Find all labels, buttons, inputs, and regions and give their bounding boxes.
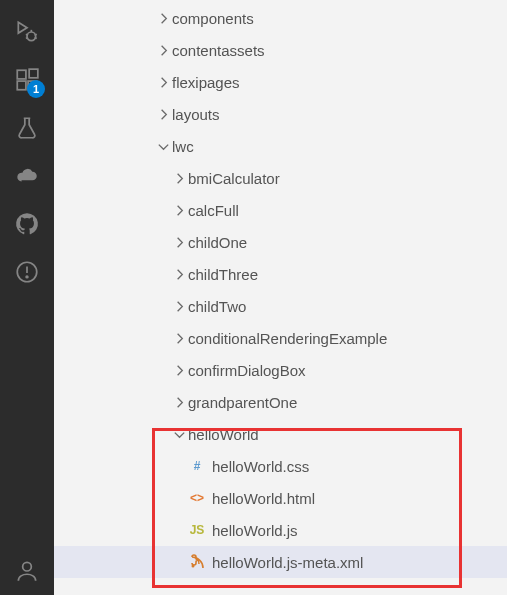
activity-salesforce[interactable]	[3, 152, 51, 200]
folder-calcfull[interactable]: calcFull	[54, 194, 507, 226]
folder-childone[interactable]: childOne	[54, 226, 507, 258]
beaker-icon	[14, 115, 40, 141]
chevron-right-icon	[154, 73, 172, 91]
svg-rect-7	[17, 81, 26, 90]
folder-label: conditionalRenderingExample	[188, 330, 387, 347]
chevron-right-icon	[170, 393, 188, 411]
activity-github[interactable]	[3, 200, 51, 248]
folder-label: layouts	[172, 106, 220, 123]
svg-point-0	[27, 32, 36, 41]
chevron-right-icon	[170, 201, 188, 219]
activity-run-debug[interactable]	[3, 8, 51, 56]
svg-line-3	[35, 34, 37, 35]
folder-label: calcFull	[188, 202, 239, 219]
activity-issues[interactable]	[3, 248, 51, 296]
extensions-badge: 1	[27, 80, 45, 98]
folder-label: helloWorld	[188, 426, 259, 443]
svg-line-4	[26, 37, 28, 38]
folder-components[interactable]: components	[54, 2, 507, 34]
file-explorer[interactable]: components contentassets flexipages layo…	[54, 0, 507, 595]
svg-rect-9	[29, 69, 38, 78]
activity-account[interactable]	[3, 547, 51, 595]
account-icon	[14, 558, 40, 584]
folder-confirmdialogbox[interactable]: confirmDialogBox	[54, 354, 507, 386]
activity-bar: 1	[0, 0, 54, 595]
file-label: helloWorld.html	[212, 490, 315, 507]
html-file-icon: <>	[188, 489, 206, 507]
file-label: helloWorld.js	[212, 522, 298, 539]
chevron-right-icon	[154, 41, 172, 59]
chevron-down-icon	[170, 425, 188, 443]
activity-testing[interactable]	[3, 104, 51, 152]
folder-bmicalculator[interactable]: bmiCalculator	[54, 162, 507, 194]
file-helloworld-meta-xml[interactable]: helloWorld.js-meta.xml	[54, 546, 507, 578]
svg-point-12	[26, 276, 28, 278]
folder-childtwo[interactable]: childTwo	[54, 290, 507, 322]
svg-point-14	[192, 565, 195, 568]
chevron-right-icon	[170, 169, 188, 187]
folder-grandparentone[interactable]: grandparentOne	[54, 386, 507, 418]
chevron-right-icon	[170, 265, 188, 283]
chevron-right-icon	[170, 361, 188, 379]
svg-line-5	[35, 37, 37, 38]
folder-label: confirmDialogBox	[188, 362, 306, 379]
file-helloworld-css[interactable]: # helloWorld.css	[54, 450, 507, 482]
xml-file-icon	[188, 553, 206, 571]
folder-label: childThree	[188, 266, 258, 283]
folder-conditionalrenderingexample[interactable]: conditionalRenderingExample	[54, 322, 507, 354]
chevron-right-icon	[170, 297, 188, 315]
folder-label: contentassets	[172, 42, 265, 59]
folder-label: bmiCalculator	[188, 170, 280, 187]
folder-label: lwc	[172, 138, 194, 155]
chevron-right-icon	[170, 329, 188, 347]
js-file-icon: JS	[188, 521, 206, 539]
css-file-icon: #	[188, 457, 206, 475]
folder-helloworld[interactable]: helloWorld	[54, 418, 507, 450]
file-label: helloWorld.css	[212, 458, 309, 475]
issue-icon	[14, 259, 40, 285]
folder-contentassets[interactable]: contentassets	[54, 34, 507, 66]
chevron-right-icon	[170, 233, 188, 251]
folder-label: grandparentOne	[188, 394, 297, 411]
file-helloworld-html[interactable]: <> helloWorld.html	[54, 482, 507, 514]
folder-lwc[interactable]: lwc	[54, 130, 507, 162]
svg-point-13	[23, 562, 32, 571]
svg-line-2	[26, 34, 28, 35]
folder-label: flexipages	[172, 74, 240, 91]
chevron-right-icon	[154, 9, 172, 27]
github-icon	[14, 211, 40, 237]
play-bug-icon	[14, 19, 40, 45]
file-label: helloWorld.js-meta.xml	[212, 554, 363, 571]
folder-childthree[interactable]: childThree	[54, 258, 507, 290]
svg-rect-6	[17, 70, 26, 79]
folder-layouts[interactable]: layouts	[54, 98, 507, 130]
folder-label: childTwo	[188, 298, 246, 315]
cloud-icon	[14, 163, 40, 189]
folder-label: components	[172, 10, 254, 27]
file-helloworld-js[interactable]: JS helloWorld.js	[54, 514, 507, 546]
chevron-right-icon	[154, 105, 172, 123]
chevron-down-icon	[154, 137, 172, 155]
activity-extensions[interactable]: 1	[3, 56, 51, 104]
folder-label: childOne	[188, 234, 247, 251]
folder-flexipages[interactable]: flexipages	[54, 66, 507, 98]
